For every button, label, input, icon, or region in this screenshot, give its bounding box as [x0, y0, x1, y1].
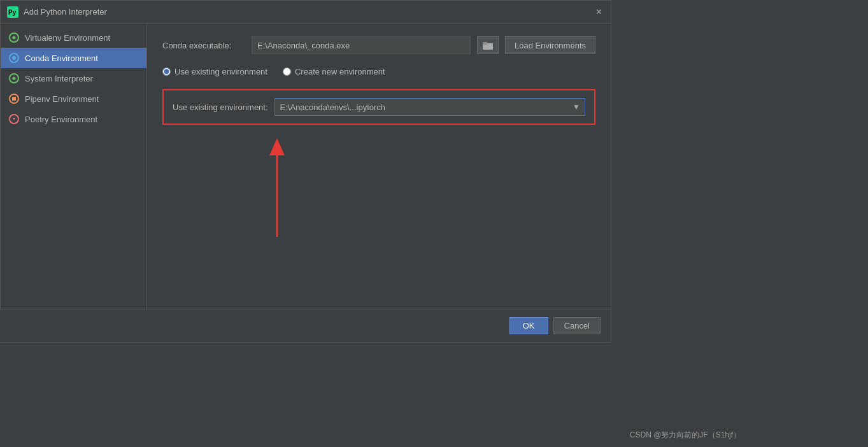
dialog-body: Virtualenv Environment Conda Environment… — [1, 24, 611, 342]
sidebar-label-system: System Interpreter — [25, 74, 93, 83]
sidebar-item-pipenv[interactable]: Pipenv Environment — [1, 89, 146, 109]
env-select-wrapper: E:\Anaconda\envs\...ipytorch ▼ — [274, 98, 585, 116]
poetry-icon — [8, 113, 20, 125]
conda-executable-label: Conda executable: — [162, 41, 245, 50]
sidebar-label-pipenv: Pipenv Environment — [25, 94, 99, 104]
sidebar-item-poetry[interactable]: Poetry Environment — [1, 109, 146, 129]
pycharm-icon: Py — [7, 6, 18, 18]
red-arrow-annotation — [252, 135, 302, 250]
svg-point-4 — [12, 56, 16, 60]
close-button[interactable]: × — [594, 6, 604, 18]
radio-use-existing-text: Use existing environment — [174, 67, 267, 76]
env-label: Use existing environment: — [173, 103, 268, 112]
radio-create-new-label[interactable]: Create new environment — [283, 67, 385, 76]
add-python-interpreter-dialog: Py Add Python Interpreter × Virtualenv E… — [0, 0, 611, 343]
virtualenv-icon — [8, 32, 20, 43]
dialog-title: Add Python Interpreter — [24, 7, 107, 17]
radio-group: Use existing environment Create new envi… — [162, 64, 595, 79]
sidebar-item-virtualenv[interactable]: Virtualenv Environment — [1, 27, 146, 48]
svg-marker-12 — [269, 138, 285, 155]
conda-executable-input[interactable] — [252, 36, 471, 54]
load-environments-button[interactable]: Load Environments — [505, 36, 595, 54]
title-bar-left: Py Add Python Interpreter — [7, 6, 107, 18]
bottom-bar: OK Cancel — [0, 309, 611, 342]
svg-text:Py: Py — [8, 9, 17, 16]
folder-icon — [483, 41, 493, 50]
svg-rect-10 — [483, 42, 487, 45]
svg-rect-7 — [12, 97, 16, 101]
radio-create-new[interactable] — [283, 67, 291, 76]
radio-use-existing-label[interactable]: Use existing environment — [162, 67, 267, 76]
sidebar-label-conda: Conda Environment — [25, 53, 98, 63]
existing-env-select[interactable]: E:\Anaconda\envs\...ipytorch — [274, 98, 585, 116]
pipenv-icon — [8, 93, 20, 104]
conda-executable-row: Conda executable: Load Environments — [162, 36, 595, 54]
sidebar-label-virtualenv: Virtualenv Environment — [25, 33, 110, 43]
arrow-area — [162, 135, 595, 250]
sidebar-item-conda[interactable]: Conda Environment — [1, 48, 146, 68]
radio-use-existing[interactable] — [162, 67, 171, 76]
title-bar: Py Add Python Interpreter × — [1, 1, 611, 24]
conda-icon — [8, 52, 20, 64]
sidebar-item-system[interactable]: System Interpreter — [1, 68, 146, 89]
sidebar: Virtualenv Environment Conda Environment… — [1, 24, 147, 342]
main-content: Conda executable: Load Environments Use … — [147, 24, 611, 342]
watermark-text: CSDN @努力向前的JF（S1hjf） — [630, 430, 741, 441]
cancel-button[interactable]: Cancel — [553, 317, 601, 334]
ok-button[interactable]: OK — [509, 317, 548, 334]
system-icon — [8, 73, 20, 84]
sidebar-label-poetry: Poetry Environment — [25, 115, 97, 124]
browse-button[interactable] — [477, 36, 499, 54]
highlight-box: Use existing environment: E:\Anaconda\en… — [162, 89, 595, 125]
radio-create-new-text: Create new environment — [295, 67, 385, 76]
